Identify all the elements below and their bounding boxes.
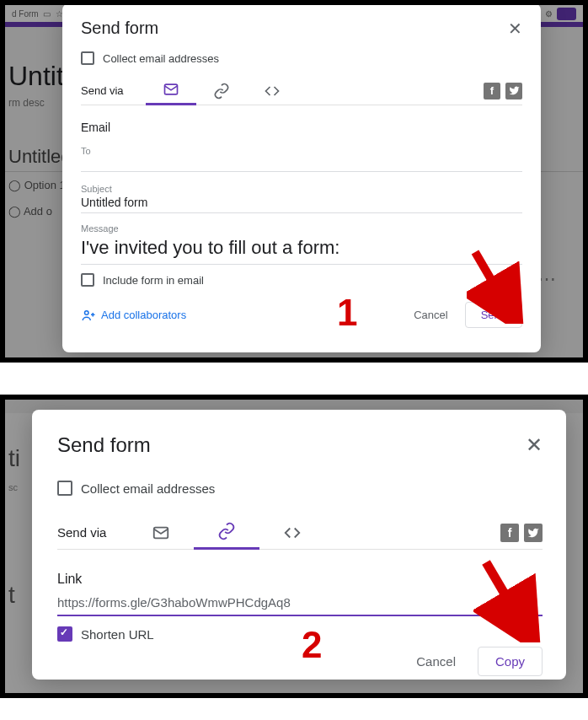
link-icon [213, 83, 230, 99]
facebook-share-button[interactable]: f [484, 83, 500, 99]
cancel-button[interactable]: Cancel [402, 302, 459, 328]
link-field[interactable]: https://forms.gle/G3haboWmwPHCdgAq8 [57, 587, 543, 616]
twitter-icon [527, 527, 539, 539]
collect-email-label: Collect email addresses [81, 481, 215, 496]
annotation-number-2: 2 [302, 624, 322, 666]
send-button[interactable]: Send [465, 302, 522, 328]
close-icon[interactable]: ✕ [526, 435, 543, 455]
add-person-icon [81, 308, 96, 323]
screenshot-1: d Form ▭ ☆ All changes saved in Drive ◯ … [0, 0, 588, 363]
copy-button[interactable]: Copy [478, 647, 543, 676]
dialog-title: Send form [81, 19, 158, 38]
collect-email-checkbox[interactable] [57, 481, 72, 496]
email-section-label: Email [81, 121, 522, 134]
collect-email-label: Collect email addresses [103, 52, 219, 65]
annotation-number-1: 1 [337, 292, 357, 334]
collect-email-checkbox[interactable] [81, 51, 94, 65]
svg-point-1 [85, 310, 89, 314]
twitter-icon [509, 85, 520, 96]
tab-embed[interactable] [247, 77, 297, 105]
message-label: Message [81, 223, 522, 234]
message-field[interactable]: I've invited you to fill out a form: [81, 234, 522, 265]
twitter-share-button[interactable] [505, 83, 522, 99]
tab-embed[interactable] [259, 516, 325, 550]
send-via-label: Send via [57, 525, 106, 540]
screenshot-2: ti sc t Send form ✕ Collect email addres… [0, 395, 588, 698]
close-icon[interactable]: ✕ [508, 20, 522, 37]
shorten-url-label: Shorten URL [81, 627, 154, 642]
mail-icon [152, 524, 170, 542]
embed-icon [283, 524, 302, 542]
link-icon [217, 522, 236, 540]
tab-email[interactable] [146, 77, 196, 105]
shorten-url-checkbox[interactable] [57, 626, 72, 642]
dialog-title: Send form [57, 433, 151, 457]
send-form-dialog-link: Send form ✕ Collect email addresses Send… [32, 410, 566, 680]
mail-icon [163, 81, 179, 98]
embed-icon [264, 83, 281, 99]
subject-field[interactable]: Subject Untitled form [81, 184, 522, 213]
facebook-share-button[interactable]: f [500, 524, 519, 542]
to-field[interactable]: To [81, 146, 522, 172]
tab-email[interactable] [128, 516, 194, 550]
cancel-button[interactable]: Cancel [403, 647, 469, 675]
add-collaborators-button[interactable]: Add collaborators [81, 308, 186, 323]
link-section-label: Link [57, 572, 543, 587]
tab-link[interactable] [196, 77, 247, 105]
tab-link[interactable] [194, 516, 259, 550]
send-via-label: Send via [81, 84, 124, 97]
include-form-label: Include form in email [103, 274, 204, 287]
send-form-dialog-email: Send form ✕ Collect email addresses Send… [62, 3, 541, 352]
include-form-checkbox[interactable] [81, 273, 94, 287]
twitter-share-button[interactable] [524, 524, 543, 542]
